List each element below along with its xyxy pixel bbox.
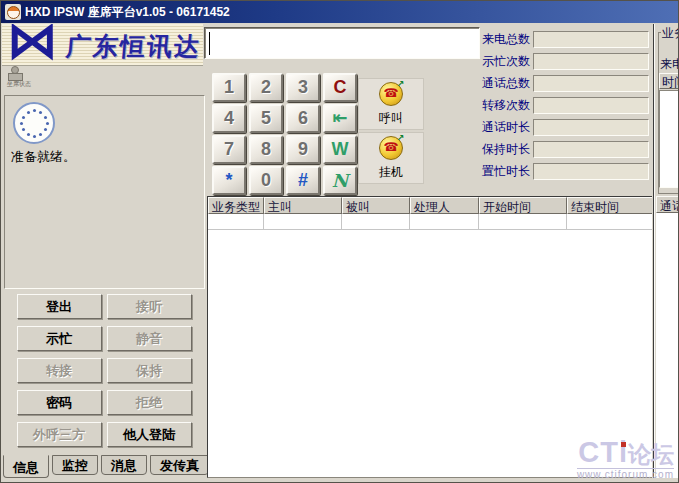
- stat-label: 通话总数: [482, 75, 533, 92]
- text-caret-icon: [209, 32, 210, 55]
- stat-label: 保持时长: [482, 141, 533, 158]
- keypad-key-7[interactable]: 7: [212, 135, 246, 164]
- stat-value-field: [533, 119, 649, 136]
- column-header-start-time[interactable]: 开始时间: [479, 197, 567, 214]
- agent-button-other-login[interactable]: 他人登陆: [107, 422, 192, 447]
- call-button[interactable]: ☎ ↗ 呼叫: [358, 78, 424, 130]
- column-header-end-time[interactable]: 结束时间: [567, 197, 652, 214]
- tab-message[interactable]: 消息: [101, 455, 147, 475]
- keypad-key-3[interactable]: 3: [286, 73, 320, 102]
- keypad-key-hash[interactable]: #: [286, 166, 320, 195]
- stat-label: 通话时长: [482, 119, 533, 136]
- keypad-key-6[interactable]: 6: [286, 104, 320, 133]
- phone-number-input[interactable]: [204, 27, 480, 59]
- keypad-key-star[interactable]: *: [212, 166, 246, 195]
- stat-value-field: [533, 141, 649, 158]
- stat-row: 示忙次数: [482, 53, 649, 70]
- keypad-key-8[interactable]: 8: [249, 135, 283, 164]
- table-cell: [342, 214, 410, 230]
- agent-button-password[interactable]: 密码: [17, 390, 102, 415]
- agent-face-icon: [7, 6, 20, 19]
- business-pane: 业务 来电 时间 通话: [653, 24, 679, 478]
- stat-value-field: [533, 53, 649, 70]
- column-header-callee[interactable]: 被叫: [342, 197, 410, 214]
- keypad-key-w[interactable]: W: [323, 135, 357, 164]
- table-empty-row: [208, 214, 652, 230]
- keypad-key-5[interactable]: 5: [249, 104, 283, 133]
- stat-label: 来电总数: [482, 31, 533, 48]
- stat-value-field: [533, 75, 649, 92]
- table-cell: [479, 214, 567, 230]
- stat-value-field: [533, 163, 649, 180]
- stats-panel: 来电总数示忙次数通话总数转移次数通话时长保持时长置忙时长: [482, 31, 649, 185]
- keypad-key-4[interactable]: 4: [212, 104, 246, 133]
- tab-fax[interactable]: 发传真: [150, 455, 209, 475]
- keypad: 123C456⇤789W*0#N: [212, 73, 360, 197]
- agent-button-transfer: 转接: [17, 358, 102, 383]
- agent-button-mute: 静音: [107, 326, 192, 351]
- keypad-key-2[interactable]: 2: [249, 73, 283, 102]
- agent-button-reject: 拒绝: [107, 390, 192, 415]
- pane-list-body: [656, 229, 679, 478]
- arrow-icon: ↗: [396, 79, 404, 89]
- clock-icon: [13, 102, 55, 144]
- call-phone-icon: ☎ ↗: [379, 82, 403, 106]
- stat-value-field: [533, 31, 649, 48]
- tab-bar: 信息监控消息发传真: [3, 455, 212, 481]
- business-group-label: 业务: [661, 25, 679, 42]
- company-logo-icon: ⋈: [6, 24, 58, 66]
- table-cell: [567, 214, 652, 230]
- agent-button-logout[interactable]: 登出: [17, 294, 102, 319]
- stat-label: 置忙时长: [482, 163, 533, 180]
- tab-info[interactable]: 信息: [3, 455, 49, 478]
- stat-row: 保持时长: [482, 141, 649, 158]
- app-window: HXD IPSW 座席平台v1.05 - 06171452 ⋈ 广东恒讯达 来电…: [0, 0, 679, 483]
- tab-monitor[interactable]: 监控: [52, 455, 98, 475]
- incoming-list: [659, 90, 679, 188]
- stat-label: 转移次数: [482, 97, 533, 114]
- window-title: HXD IPSW 座席平台v1.05 - 06171452: [25, 4, 230, 21]
- keypad-key-backspace[interactable]: ⇤: [323, 104, 357, 133]
- call-table: 业务类型主叫被叫处理人开始时间结束时间: [207, 196, 652, 478]
- agent-button-hold: 保持: [107, 358, 192, 383]
- keypad-key-9[interactable]: 9: [286, 135, 320, 164]
- column-header-business-type[interactable]: 业务类型: [208, 197, 264, 214]
- agent-state-widget: 坐席状态: [7, 66, 67, 89]
- agent-button-set-busy[interactable]: 示忙: [17, 326, 102, 351]
- hangup-phone-icon: ☎ ↗: [379, 136, 403, 160]
- hangup-button[interactable]: ☎ ↗ 挂机: [358, 132, 424, 184]
- keypad-key-0[interactable]: 0: [249, 166, 283, 195]
- table-cell: [264, 214, 342, 230]
- arrow-icon: ↗: [396, 133, 404, 143]
- status-frame: 准备就绪。: [4, 95, 205, 289]
- hangup-button-label: 挂机: [379, 164, 403, 181]
- call-duration-column-header[interactable]: 通话: [656, 196, 679, 213]
- agent-buttons: 登出接听示忙静音转接保持密码拒绝外呼三方他人登陆: [1, 294, 207, 447]
- stats-list: 来电总数示忙次数通话总数转移次数通话时长保持时长置忙时长: [482, 31, 649, 180]
- agent-state-icon: [7, 66, 23, 79]
- table-header: 业务类型主叫被叫处理人开始时间结束时间: [208, 197, 652, 214]
- app-icon[interactable]: [5, 4, 21, 20]
- stat-row: 来电总数: [482, 31, 649, 48]
- stat-row: 置忙时长: [482, 163, 649, 180]
- stat-row: 转移次数: [482, 97, 649, 114]
- stat-row: 通话总数: [482, 75, 649, 92]
- titlebar: HXD IPSW 座席平台v1.05 - 06171452: [1, 1, 679, 23]
- pane-empty-cell: [656, 213, 679, 230]
- table-cell: [410, 214, 479, 230]
- stat-label: 示忙次数: [482, 53, 533, 70]
- time-column-header[interactable]: 时间: [659, 73, 679, 89]
- column-header-handler[interactable]: 处理人: [410, 197, 479, 214]
- stat-value-field: [533, 97, 649, 114]
- company-name: 广东恒讯达: [65, 30, 203, 63]
- clock-dots: [33, 122, 36, 125]
- agent-state-label: 坐席状态: [7, 80, 67, 89]
- keypad-key-1[interactable]: 1: [212, 73, 246, 102]
- keypad-key-clear[interactable]: C: [323, 73, 357, 102]
- logo-panel: ⋈ 广东恒讯达: [2, 24, 203, 66]
- agent-status-text: 准备就绪。: [11, 148, 76, 166]
- keypad-key-n[interactable]: N: [323, 166, 357, 195]
- column-header-caller[interactable]: 主叫: [264, 197, 342, 214]
- table-cell: [208, 214, 264, 230]
- call-button-label: 呼叫: [379, 110, 403, 127]
